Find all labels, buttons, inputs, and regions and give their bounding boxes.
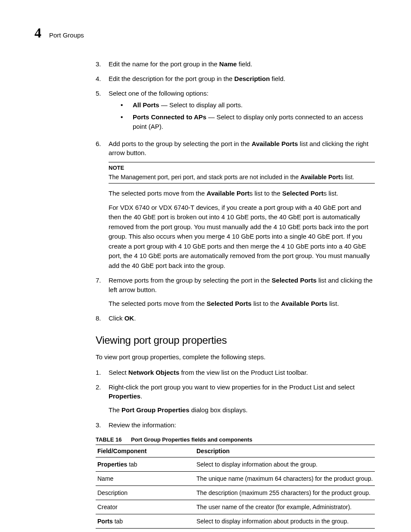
table-row: Name The unique name (maximum 64 charact… [96, 472, 375, 486]
procedure-steps-a: 3. Edit the name for the port group in t… [96, 59, 375, 323]
col-field: Field/Component [96, 445, 195, 457]
step-4: 4. Edit the description for the port gro… [96, 74, 375, 84]
page-content: 3. Edit the name for the port group in t… [96, 59, 375, 532]
step-6-para2: For VDX 6740 or VDX 6740-T devices, if y… [109, 203, 375, 271]
option-ports-to-aps: • Ports Connected to APs — Select to dis… [109, 112, 375, 131]
step-6: 6. Add ports to the group by selecting t… [96, 139, 375, 271]
properties-table: Field/Component Description Properties t… [96, 445, 375, 532]
step-7-para1: The selected ports move from the Selecte… [109, 299, 375, 309]
step-number: 1. [96, 368, 109, 377]
chapter-title: Port Groups [49, 31, 84, 39]
note-label: NOTE [109, 164, 375, 172]
cell-desc: The user name of the creator (for exampl… [195, 500, 375, 514]
chapter-number: 4 [34, 25, 41, 41]
step-b2-para1: The Port Group Properties dialog box dis… [109, 405, 375, 415]
step-number: 3. [96, 59, 109, 69]
table-row: Properties tab Select to display informa… [96, 457, 375, 472]
table-row: Port Count The number of ports in the gr… [96, 529, 375, 532]
note-box: NOTE The Management port, peri port, and… [109, 162, 375, 184]
step-body: Click OK. [109, 314, 375, 323]
step-body: Select one of the following options: • A… [109, 89, 375, 134]
cell-field: Creator [96, 500, 195, 514]
step-body: Edit the description for the port group … [109, 74, 375, 84]
note-text: The Management port, peri port, and stac… [109, 173, 375, 182]
step-6-para1: The selected ports move from the Availab… [109, 189, 375, 199]
table-row: Ports tab Select to display information … [96, 514, 375, 529]
step-b3: 3. Review the information: [96, 420, 375, 430]
cell-field: Ports tab [96, 514, 195, 529]
step-number: 4. [96, 74, 109, 84]
cell-desc: Select to display information about prod… [195, 514, 375, 529]
table-caption: TABLE 16 Port Group Properties fields an… [96, 436, 375, 443]
section-heading: Viewing port group properties [96, 334, 375, 346]
cell-field: Name [96, 472, 195, 486]
step-body: Right-click the port group you want to v… [109, 383, 375, 401]
cell-desc: The number of ports in the group. [195, 529, 375, 532]
page-header: 4 Port Groups [34, 25, 375, 41]
cell-field: Properties tab [96, 457, 195, 472]
procedure-steps-b: 1. Select Network Objects from the view … [96, 368, 375, 430]
option-all-ports: • All Ports — Select to display all port… [109, 100, 375, 110]
document-page: 4 Port Groups 3. Edit the name for the p… [0, 0, 411, 532]
bullet-icon: • [121, 100, 133, 110]
col-desc: Description [195, 445, 375, 457]
step-body: Select Network Objects from the view lis… [109, 368, 375, 377]
step-5-options: • All Ports — Select to display all port… [109, 100, 375, 131]
table-row: Creator The user name of the creator (fo… [96, 500, 375, 514]
section-lead: To view port group properties, complete … [96, 352, 375, 362]
table-header-row: Field/Component Description [96, 445, 375, 457]
step-number: 2. [96, 383, 109, 401]
table-row: Description The description (maximum 255… [96, 486, 375, 500]
bullet-icon: • [121, 112, 133, 131]
step-body: Review the information: [109, 420, 375, 430]
cell-desc: The description (maximum 255 characters)… [195, 486, 375, 500]
step-7: 7. Remove ports from the group by select… [96, 276, 375, 308]
cell-desc: Select to display information about the … [195, 457, 375, 472]
step-8: 8. Click OK. [96, 314, 375, 323]
step-b1: 1. Select Network Objects from the view … [96, 368, 375, 377]
step-body: Add ports to the group by selecting the … [109, 139, 375, 158]
step-body: Remove ports from the group by selecting… [109, 276, 375, 295]
step-3: 3. Edit the name for the port group in t… [96, 59, 375, 69]
step-body: Edit the name for the port group in the … [109, 59, 375, 69]
step-5: 5. Select one of the following options: … [96, 89, 375, 134]
step-number: 3. [96, 420, 109, 430]
step-number: 8. [96, 314, 109, 323]
cell-desc: The unique name (maximum 64 characters) … [195, 472, 375, 486]
cell-field: Description [96, 486, 195, 500]
step-number: 7. [96, 276, 109, 295]
step-number: 6. [96, 139, 109, 158]
step-b2: 2. Right-click the port group you want t… [96, 383, 375, 415]
cell-field: Port Count [96, 529, 195, 532]
step-number: 5. [96, 89, 109, 134]
